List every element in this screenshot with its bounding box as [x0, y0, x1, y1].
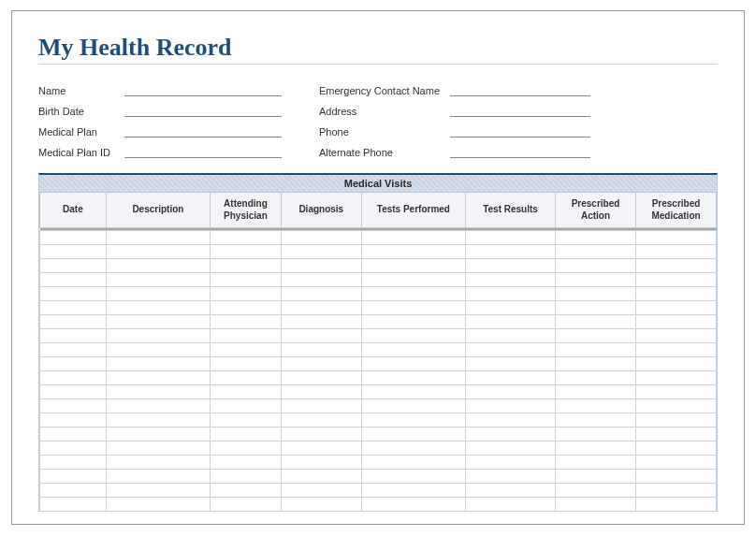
table-cell[interactable]: [556, 442, 636, 456]
table-cell[interactable]: [40, 287, 107, 301]
table-cell[interactable]: [106, 385, 210, 399]
table-cell[interactable]: [635, 427, 716, 442]
table-cell[interactable]: [106, 329, 210, 343]
table-cell[interactable]: [556, 427, 636, 442]
table-cell[interactable]: [40, 357, 107, 371]
table-cell[interactable]: [465, 287, 555, 301]
table-cell[interactable]: [281, 315, 361, 329]
table-cell[interactable]: [40, 231, 107, 245]
table-cell[interactable]: [635, 399, 716, 413]
table-cell[interactable]: [106, 498, 210, 512]
table-cell[interactable]: [211, 273, 282, 287]
table-cell[interactable]: [281, 385, 361, 399]
table-cell[interactable]: [635, 456, 716, 470]
table-cell[interactable]: [106, 399, 210, 413]
table-cell[interactable]: [556, 273, 636, 287]
table-cell[interactable]: [211, 442, 282, 456]
table-cell[interactable]: [635, 442, 716, 456]
table-cell[interactable]: [106, 470, 210, 484]
table-cell[interactable]: [281, 484, 361, 498]
table-cell[interactable]: [635, 385, 716, 399]
table-cell[interactable]: [635, 498, 716, 512]
input-emergency-contact[interactable]: [450, 83, 590, 96]
table-cell[interactable]: [361, 231, 465, 245]
table-cell[interactable]: [211, 385, 282, 399]
table-cell[interactable]: [556, 484, 636, 498]
table-cell[interactable]: [281, 498, 361, 512]
table-cell[interactable]: [635, 484, 716, 498]
table-cell[interactable]: [635, 287, 716, 301]
table-cell[interactable]: [40, 301, 107, 315]
table-cell[interactable]: [361, 498, 465, 512]
table-cell[interactable]: [281, 399, 361, 413]
table-cell[interactable]: [106, 273, 210, 287]
table-cell[interactable]: [635, 371, 716, 385]
table-cell[interactable]: [556, 371, 636, 385]
table-cell[interactable]: [281, 259, 361, 273]
table-cell[interactable]: [40, 315, 107, 329]
table-cell[interactable]: [635, 231, 716, 245]
table-cell[interactable]: [211, 301, 282, 315]
table-cell[interactable]: [556, 343, 636, 357]
table-cell[interactable]: [465, 484, 555, 498]
table-cell[interactable]: [361, 273, 465, 287]
table-cell[interactable]: [211, 259, 282, 273]
table-cell[interactable]: [281, 371, 361, 385]
table-cell[interactable]: [40, 470, 107, 484]
table-cell[interactable]: [361, 385, 465, 399]
table-cell[interactable]: [211, 315, 282, 329]
table-cell[interactable]: [361, 301, 465, 315]
table-cell[interactable]: [106, 357, 210, 371]
table-cell[interactable]: [40, 498, 107, 512]
table-cell[interactable]: [361, 245, 465, 259]
table-cell[interactable]: [361, 399, 465, 413]
table-cell[interactable]: [465, 245, 555, 259]
table-cell[interactable]: [361, 315, 465, 329]
table-cell[interactable]: [635, 259, 716, 273]
table-cell[interactable]: [211, 484, 282, 498]
table-cell[interactable]: [361, 442, 465, 456]
table-cell[interactable]: [465, 301, 555, 315]
table-cell[interactable]: [556, 287, 636, 301]
table-cell[interactable]: [361, 259, 465, 273]
table-cell[interactable]: [106, 315, 210, 329]
table-cell[interactable]: [635, 343, 716, 357]
input-birth-date[interactable]: [124, 104, 282, 117]
table-cell[interactable]: [465, 456, 555, 470]
table-cell[interactable]: [361, 427, 465, 442]
table-cell[interactable]: [281, 343, 361, 357]
table-cell[interactable]: [556, 315, 636, 329]
table-cell[interactable]: [465, 413, 555, 427]
table-cell[interactable]: [211, 357, 282, 371]
table-cell[interactable]: [211, 498, 282, 512]
table-cell[interactable]: [281, 287, 361, 301]
table-cell[interactable]: [465, 315, 555, 329]
table-cell[interactable]: [361, 470, 465, 484]
table-cell[interactable]: [556, 470, 636, 484]
table-cell[interactable]: [106, 456, 210, 470]
table-cell[interactable]: [556, 399, 636, 413]
table-cell[interactable]: [281, 301, 361, 315]
table-cell[interactable]: [556, 456, 636, 470]
table-cell[interactable]: [635, 413, 716, 427]
table-cell[interactable]: [40, 343, 107, 357]
table-cell[interactable]: [40, 413, 107, 427]
table-cell[interactable]: [106, 442, 210, 456]
table-cell[interactable]: [40, 259, 107, 273]
table-cell[interactable]: [40, 442, 107, 456]
table-cell[interactable]: [635, 301, 716, 315]
input-address[interactable]: [450, 104, 590, 117]
table-cell[interactable]: [281, 427, 361, 442]
table-cell[interactable]: [211, 245, 282, 259]
table-cell[interactable]: [465, 427, 555, 442]
table-cell[interactable]: [281, 456, 361, 470]
table-cell[interactable]: [556, 385, 636, 399]
table-cell[interactable]: [635, 245, 716, 259]
table-cell[interactable]: [40, 329, 107, 343]
table-cell[interactable]: [40, 456, 107, 470]
input-medical-plan-id[interactable]: [124, 145, 282, 158]
table-cell[interactable]: [106, 371, 210, 385]
table-cell[interactable]: [211, 329, 282, 343]
table-cell[interactable]: [281, 231, 361, 245]
table-cell[interactable]: [211, 427, 282, 442]
